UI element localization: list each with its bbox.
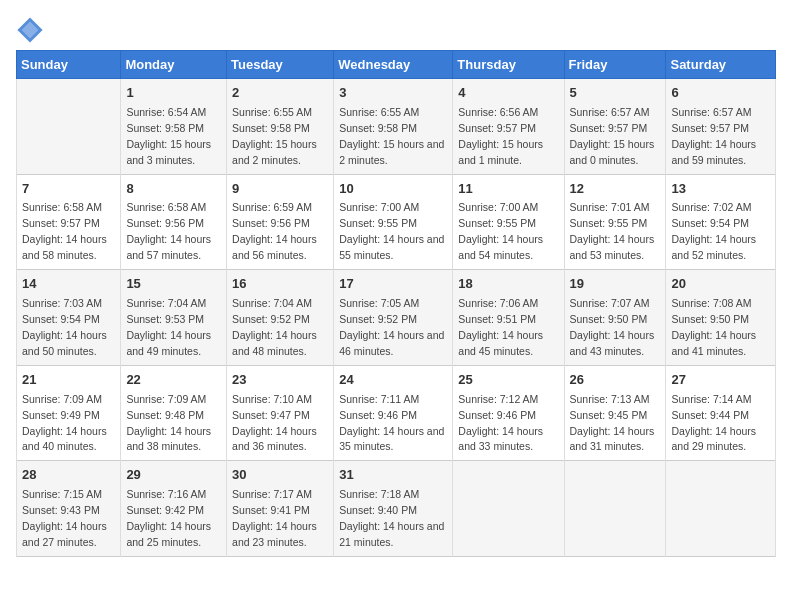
sunrise: Sunrise: 7:00 AMSunset: 9:55 PMDaylight:… [339,201,444,261]
day-number: 8 [126,180,221,199]
day-cell: 20Sunrise: 7:08 AMSunset: 9:50 PMDayligh… [666,270,776,366]
day-number: 31 [339,466,447,485]
day-cell: 29Sunrise: 7:16 AMSunset: 9:42 PMDayligh… [121,461,227,557]
sunrise: Sunrise: 7:18 AMSunset: 9:40 PMDaylight:… [339,488,444,548]
day-cell: 22Sunrise: 7:09 AMSunset: 9:48 PMDayligh… [121,365,227,461]
col-header-wednesday: Wednesday [334,51,453,79]
week-row-1: 1Sunrise: 6:54 AMSunset: 9:58 PMDaylight… [17,79,776,175]
day-cell: 27Sunrise: 7:14 AMSunset: 9:44 PMDayligh… [666,365,776,461]
day-number: 30 [232,466,328,485]
day-cell: 4Sunrise: 6:56 AMSunset: 9:57 PMDaylight… [453,79,564,175]
day-number: 28 [22,466,115,485]
sunrise: Sunrise: 7:10 AMSunset: 9:47 PMDaylight:… [232,393,317,453]
sunrise: Sunrise: 7:06 AMSunset: 9:51 PMDaylight:… [458,297,543,357]
col-header-saturday: Saturday [666,51,776,79]
day-number: 6 [671,84,770,103]
col-header-sunday: Sunday [17,51,121,79]
day-number: 27 [671,371,770,390]
day-number: 10 [339,180,447,199]
sunrise: Sunrise: 7:13 AMSunset: 9:45 PMDaylight:… [570,393,655,453]
day-number: 12 [570,180,661,199]
day-cell: 7Sunrise: 6:58 AMSunset: 9:57 PMDaylight… [17,174,121,270]
day-cell: 13Sunrise: 7:02 AMSunset: 9:54 PMDayligh… [666,174,776,270]
day-cell: 10Sunrise: 7:00 AMSunset: 9:55 PMDayligh… [334,174,453,270]
day-cell: 9Sunrise: 6:59 AMSunset: 9:56 PMDaylight… [227,174,334,270]
day-number: 4 [458,84,558,103]
sunrise: Sunrise: 7:16 AMSunset: 9:42 PMDaylight:… [126,488,211,548]
sunrise: Sunrise: 6:57 AMSunset: 9:57 PMDaylight:… [671,106,756,166]
week-row-4: 21Sunrise: 7:09 AMSunset: 9:49 PMDayligh… [17,365,776,461]
calendar-table: SundayMondayTuesdayWednesdayThursdayFrid… [16,50,776,557]
sunrise: Sunrise: 6:55 AMSunset: 9:58 PMDaylight:… [232,106,317,166]
col-header-tuesday: Tuesday [227,51,334,79]
day-number: 22 [126,371,221,390]
day-number: 18 [458,275,558,294]
day-cell: 12Sunrise: 7:01 AMSunset: 9:55 PMDayligh… [564,174,666,270]
day-number: 15 [126,275,221,294]
day-number: 2 [232,84,328,103]
week-row-2: 7Sunrise: 6:58 AMSunset: 9:57 PMDaylight… [17,174,776,270]
day-cell: 8Sunrise: 6:58 AMSunset: 9:56 PMDaylight… [121,174,227,270]
day-number: 9 [232,180,328,199]
day-cell: 23Sunrise: 7:10 AMSunset: 9:47 PMDayligh… [227,365,334,461]
day-number: 21 [22,371,115,390]
day-number: 26 [570,371,661,390]
col-header-friday: Friday [564,51,666,79]
day-number: 1 [126,84,221,103]
sunrise: Sunrise: 7:11 AMSunset: 9:46 PMDaylight:… [339,393,444,453]
day-cell: 16Sunrise: 7:04 AMSunset: 9:52 PMDayligh… [227,270,334,366]
day-cell: 11Sunrise: 7:00 AMSunset: 9:55 PMDayligh… [453,174,564,270]
day-cell [17,79,121,175]
page-header [16,16,776,44]
sunrise: Sunrise: 7:07 AMSunset: 9:50 PMDaylight:… [570,297,655,357]
day-number: 14 [22,275,115,294]
sunrise: Sunrise: 6:59 AMSunset: 9:56 PMDaylight:… [232,201,317,261]
day-cell: 26Sunrise: 7:13 AMSunset: 9:45 PMDayligh… [564,365,666,461]
day-cell: 15Sunrise: 7:04 AMSunset: 9:53 PMDayligh… [121,270,227,366]
col-header-monday: Monday [121,51,227,79]
day-cell [453,461,564,557]
sunrise: Sunrise: 6:58 AMSunset: 9:56 PMDaylight:… [126,201,211,261]
day-cell: 30Sunrise: 7:17 AMSunset: 9:41 PMDayligh… [227,461,334,557]
sunrise: Sunrise: 7:01 AMSunset: 9:55 PMDaylight:… [570,201,655,261]
day-number: 20 [671,275,770,294]
day-cell: 2Sunrise: 6:55 AMSunset: 9:58 PMDaylight… [227,79,334,175]
day-number: 7 [22,180,115,199]
sunrise: Sunrise: 7:15 AMSunset: 9:43 PMDaylight:… [22,488,107,548]
day-cell: 3Sunrise: 6:55 AMSunset: 9:58 PMDaylight… [334,79,453,175]
logo [16,16,48,44]
day-number: 11 [458,180,558,199]
day-cell: 28Sunrise: 7:15 AMSunset: 9:43 PMDayligh… [17,461,121,557]
day-cell: 18Sunrise: 7:06 AMSunset: 9:51 PMDayligh… [453,270,564,366]
col-header-thursday: Thursday [453,51,564,79]
day-cell: 25Sunrise: 7:12 AMSunset: 9:46 PMDayligh… [453,365,564,461]
sunrise: Sunrise: 7:14 AMSunset: 9:44 PMDaylight:… [671,393,756,453]
sunrise: Sunrise: 6:54 AMSunset: 9:58 PMDaylight:… [126,106,211,166]
day-number: 3 [339,84,447,103]
sunrise: Sunrise: 7:17 AMSunset: 9:41 PMDaylight:… [232,488,317,548]
sunrise: Sunrise: 6:58 AMSunset: 9:57 PMDaylight:… [22,201,107,261]
day-number: 29 [126,466,221,485]
sunrise: Sunrise: 7:02 AMSunset: 9:54 PMDaylight:… [671,201,756,261]
day-cell: 21Sunrise: 7:09 AMSunset: 9:49 PMDayligh… [17,365,121,461]
sunrise: Sunrise: 6:55 AMSunset: 9:58 PMDaylight:… [339,106,444,166]
sunrise: Sunrise: 7:09 AMSunset: 9:48 PMDaylight:… [126,393,211,453]
day-number: 23 [232,371,328,390]
day-cell: 6Sunrise: 6:57 AMSunset: 9:57 PMDaylight… [666,79,776,175]
day-cell: 1Sunrise: 6:54 AMSunset: 9:58 PMDaylight… [121,79,227,175]
week-row-3: 14Sunrise: 7:03 AMSunset: 9:54 PMDayligh… [17,270,776,366]
sunrise: Sunrise: 7:08 AMSunset: 9:50 PMDaylight:… [671,297,756,357]
day-cell: 5Sunrise: 6:57 AMSunset: 9:57 PMDaylight… [564,79,666,175]
sunrise: Sunrise: 7:04 AMSunset: 9:52 PMDaylight:… [232,297,317,357]
logo-icon [16,16,44,44]
week-row-5: 28Sunrise: 7:15 AMSunset: 9:43 PMDayligh… [17,461,776,557]
day-cell [666,461,776,557]
day-number: 19 [570,275,661,294]
sunrise: Sunrise: 7:09 AMSunset: 9:49 PMDaylight:… [22,393,107,453]
day-cell: 31Sunrise: 7:18 AMSunset: 9:40 PMDayligh… [334,461,453,557]
sunrise: Sunrise: 7:04 AMSunset: 9:53 PMDaylight:… [126,297,211,357]
header-row: SundayMondayTuesdayWednesdayThursdayFrid… [17,51,776,79]
sunrise: Sunrise: 7:12 AMSunset: 9:46 PMDaylight:… [458,393,543,453]
day-cell [564,461,666,557]
day-number: 25 [458,371,558,390]
